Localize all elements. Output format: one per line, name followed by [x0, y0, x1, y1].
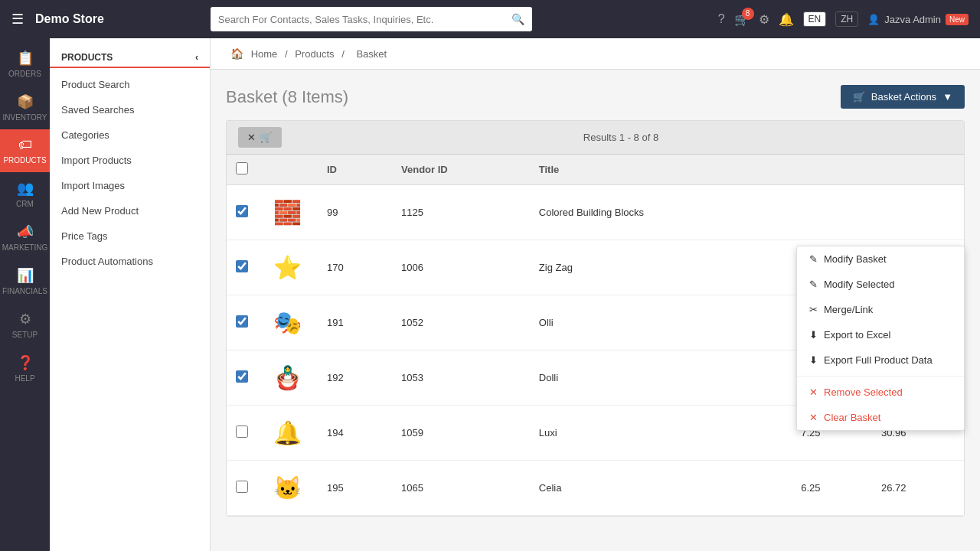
sidebar-item-product-automations[interactable]: Product Automations — [50, 249, 210, 274]
product-thumbnail: 🔔 — [266, 412, 309, 454]
dropdown-clear-basket[interactable]: ✕ Clear Basket — [797, 405, 964, 430]
bell-icon[interactable]: 🔔 — [779, 12, 794, 27]
row-price — [792, 185, 872, 240]
user-new-badge: New — [946, 14, 969, 25]
row-checkbox[interactable] — [236, 205, 248, 217]
row-vendor-id: 1053 — [392, 350, 530, 406]
financials-icon: 📊 — [17, 267, 34, 284]
row-id: 170 — [318, 240, 392, 295]
cart-icon[interactable]: 🛒 8 — [734, 12, 750, 27]
clear-selection-button[interactable]: ✕ 🛒 — [238, 127, 282, 148]
row-image-cell: ⭐ — [257, 240, 318, 295]
inventory-icon: 📦 — [17, 93, 34, 110]
main-content: 🏠 Home / Products / Basket Basket (8 Ite… — [211, 38, 980, 551]
row-id: 191 — [318, 295, 392, 350]
dropdown-remove-selected[interactable]: ✕ Remove Selected — [797, 380, 964, 405]
basket-header: Basket (8 Items) 🛒 Basket Actions ▼ — [226, 85, 965, 109]
breadcrumb-sep1: / — [285, 48, 288, 60]
row-image-cell: 🐱 — [257, 461, 318, 516]
collapse-icon[interactable]: ‹ — [195, 52, 198, 63]
sidebar-item-products[interactable]: 🏷 PRODUCTS — [0, 129, 50, 172]
product-thumbnail: ⭐ — [266, 246, 309, 289]
row-checkbox[interactable] — [236, 425, 248, 438]
nav-icons-group: ? 🛒 8 ⚙ 🔔 EN ZH 👤 Jazva Admin New — [718, 11, 969, 27]
th-vendor-id: Vendor ID — [392, 155, 530, 185]
sidebar-item-import-images[interactable]: Import Images — [50, 173, 210, 198]
store-name: Demo Store — [35, 12, 104, 26]
top-navigation: ☰ Demo Store 🔍 ? 🛒 8 ⚙ 🔔 EN ZH 👤 Jazva A… — [0, 0, 980, 38]
sidebar-item-marketing[interactable]: 📣 MARKETING — [0, 216, 50, 259]
sidebar-item-crm[interactable]: 👥 CRM — [0, 172, 50, 216]
row-checkbox[interactable] — [236, 315, 248, 328]
help-nav-icon: ❓ — [17, 354, 34, 371]
row-checkbox-cell — [227, 240, 257, 295]
help-icon[interactable]: ? — [718, 12, 725, 26]
products-label: PRODUCTS — [3, 156, 46, 165]
th-qty — [872, 155, 964, 185]
sidebar-item-help[interactable]: ❓ HELP — [0, 347, 50, 390]
dropdown-modify-selected[interactable]: ✎ Modify Selected — [797, 272, 964, 297]
financials-label: FINANCIALS — [2, 287, 47, 295]
global-search-input[interactable] — [218, 14, 511, 25]
sidebar-item-categories[interactable]: Categories — [50, 122, 210, 148]
dropdown-merge-link[interactable]: ✂ Merge/Link — [797, 297, 964, 322]
row-image-cell: 🪆 — [257, 350, 318, 406]
sidebar-item-setup[interactable]: ⚙ SETUP — [0, 303, 50, 347]
lang-zh-button[interactable]: ZH — [835, 11, 858, 27]
x-icon: ✕ — [247, 132, 256, 143]
sidebar-item-inventory[interactable]: 📦 INVENTORY — [0, 86, 50, 129]
dropdown-modify-basket[interactable]: ✎ Modify Basket — [797, 246, 964, 272]
dropdown-export-excel[interactable]: ⬇ Export to Excel — [797, 322, 964, 347]
sidebar-item-import-products[interactable]: Import Products — [50, 148, 210, 173]
row-vendor-id: 1052 — [392, 295, 530, 350]
basket-actions-dropdown: ✎ Modify Basket ✎ Modify Selected ✂ Merg… — [796, 246, 965, 431]
th-title: Title — [530, 155, 792, 185]
sidebar-item-financials[interactable]: 📊 FINANCIALS — [0, 259, 50, 303]
breadcrumb-current: Basket — [356, 48, 387, 60]
row-title: Olli — [530, 295, 792, 350]
basket-actions-button[interactable]: 🛒 Basket Actions ▼ — [841, 85, 965, 109]
breadcrumb-sep2: / — [341, 48, 345, 60]
breadcrumb-home[interactable]: Home — [251, 48, 278, 60]
row-checkbox[interactable] — [236, 481, 248, 493]
user-name: Jazva Admin — [884, 14, 941, 25]
sidebar-item-orders[interactable]: 📋 ORDERS — [0, 42, 50, 86]
row-title: Celia — [530, 461, 792, 516]
row-checkbox[interactable] — [236, 260, 248, 272]
product-thumbnail: 🐱 — [266, 467, 309, 509]
dropdown-export-full[interactable]: ⬇ Export Full Product Data — [797, 347, 964, 373]
results-text: Results 1 - 8 of 8 — [289, 132, 952, 143]
sidebar-item-saved-searches[interactable]: Saved Searches — [50, 97, 210, 122]
row-title: Zig Zag — [530, 240, 792, 295]
download-full-icon: ⬇ — [809, 354, 818, 366]
inventory-label: INVENTORY — [3, 113, 47, 122]
clear-icon: ✕ — [809, 412, 818, 423]
row-checkbox-cell — [227, 406, 257, 461]
gear-icon[interactable]: ⚙ — [759, 12, 769, 27]
row-title: Luxi — [530, 406, 792, 461]
sidebar-item-price-tags[interactable]: Price Tags — [50, 223, 210, 249]
basket-icon: 🛒 — [853, 91, 865, 103]
sidebar-item-product-search[interactable]: Product Search — [50, 72, 210, 97]
sidebar-menu: PRODUCTS ‹ Product Search Saved Searches… — [50, 38, 211, 551]
breadcrumb-products[interactable]: Products — [295, 48, 334, 60]
dropdown-caret-icon: ▼ — [942, 91, 952, 103]
lang-en-button[interactable]: EN — [803, 11, 827, 27]
help-label: HELP — [15, 374, 34, 383]
user-icon: 👤 — [867, 14, 880, 25]
edit-selected-icon: ✎ — [809, 279, 818, 290]
row-vendor-id: 1125 — [392, 185, 530, 240]
hamburger-icon[interactable]: ☰ — [11, 11, 24, 28]
select-all-checkbox[interactable] — [236, 162, 248, 174]
marketing-label: MARKETING — [2, 243, 47, 252]
sidebar-icon-rail: 📋 ORDERS 📦 INVENTORY 🏷 PRODUCTS 👥 CRM 📣 … — [0, 38, 50, 551]
remove-icon: ✕ — [809, 386, 818, 398]
product-thumbnail: 🧱 — [266, 191, 309, 233]
sidebar-item-add-new-product[interactable]: Add New Product — [50, 198, 210, 223]
row-price: 6.25 — [792, 461, 872, 516]
select-all-header — [227, 155, 257, 185]
crm-icon: 👥 — [17, 180, 34, 197]
row-checkbox[interactable] — [236, 370, 248, 383]
setup-icon: ⚙ — [19, 311, 31, 328]
row-checkbox-cell — [227, 350, 257, 406]
